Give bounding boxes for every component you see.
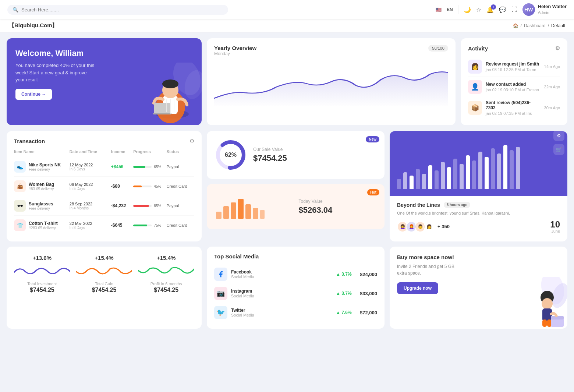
bar	[428, 165, 432, 189]
search-bar[interactable]: 🔍	[7, 5, 228, 15]
upgrade-button[interactable]: Upgrade now	[397, 282, 438, 294]
social-icon: 📷	[214, 287, 227, 300]
date-cell: 22 Mar 2022 In 8 Days	[70, 221, 111, 230]
yearly-chart	[214, 61, 448, 106]
bar	[403, 172, 407, 189]
svg-rect-17	[238, 199, 244, 219]
welcome-card: Welcome, William You have completed 40% …	[7, 38, 202, 125]
beyond-plus: + 350	[437, 224, 450, 229]
star-icon[interactable]: ☆	[476, 6, 481, 13]
transaction-settings-icon[interactable]: ⚙	[189, 138, 194, 144]
metric-item: +15.4% Total Gain $7454.25	[76, 255, 132, 321]
chart-gear-icon[interactable]: ⚙	[553, 131, 564, 141]
social-row: 📷 Instagram Social Media ▲ 3.7% $33,000	[214, 284, 377, 303]
bar-item	[516, 147, 520, 189]
item-sub: Free delivery	[29, 167, 61, 172]
beyond-title-text: Beyond the Lines	[397, 202, 440, 208]
activity-item-time: 14m Ago	[544, 64, 560, 69]
activity-thumb: 📦	[468, 101, 482, 115]
bar	[422, 174, 426, 189]
table-row: 👕 Cotton T-shirt ₹283.65 delivery 22 Mar…	[14, 216, 194, 235]
item-sub: ₹283.65 delivery	[29, 226, 58, 230]
social-title: Top Social Media	[214, 253, 377, 259]
bar-item	[453, 159, 457, 189]
progress-bar	[133, 166, 152, 168]
sale-info: Our Sale Value $7454.25	[253, 147, 377, 163]
breadcrumb-sep1: /	[521, 23, 522, 28]
table-row: 🕶️ Sunglasses Free delivery 28 Sep 2022 …	[14, 196, 194, 216]
svg-rect-15	[223, 206, 229, 219]
income-cell: -$80	[111, 184, 133, 189]
lang-label[interactable]: EN	[447, 7, 453, 12]
flag-icon: 🇺🇸	[436, 7, 442, 13]
social-amount: $72,000	[360, 310, 377, 315]
darkmode-icon[interactable]: 🌙	[464, 6, 471, 13]
activity-info: Review request jim Smith jan 03 19 12:25…	[486, 61, 541, 72]
item-info: Nike Sports NK Free delivery	[29, 162, 61, 172]
item-cell: 👕 Cotton T-shirt ₹283.65 delivery	[14, 219, 70, 231]
activity-item: 👩 Review request jim Smith jan 03 19 12:…	[468, 57, 560, 77]
table-header: Item Name Date and Time Income Progress …	[14, 149, 194, 157]
income-cell: -$645	[111, 223, 133, 228]
bars-area	[397, 138, 560, 189]
income-cell: +$456	[111, 164, 133, 169]
social-info: Twitter Social Media	[231, 308, 332, 317]
donut-chart: 62%	[214, 138, 247, 172]
bar	[435, 170, 439, 189]
item-info: Sunglasses Free delivery	[29, 201, 53, 211]
activity-item-title: New contact added	[486, 82, 541, 87]
col-income: Income	[111, 149, 133, 154]
continue-button[interactable]: Continue →	[15, 89, 52, 100]
svg-rect-26	[542, 319, 547, 327]
topnav: 🔍 🇺🇸 EN 🌙 ☆ 🔔 1 💬 ⛶ HW Helen Walter Admi…	[0, 0, 574, 19]
date-sub: In 8 Days	[70, 226, 111, 230]
item-info: Women Bag ₹83.65 delivery	[29, 182, 54, 191]
metrics-card: +13.6% Total Investment $7454.25 +15.4% …	[7, 247, 202, 329]
activity-item-sub: jan 02 19 03:10 PM at Fresno	[486, 88, 541, 92]
bar-chart-card: 🖌 ⚙ 🛒	[390, 131, 567, 196]
social-type: Social Media	[231, 275, 332, 279]
progress-cell: 45%	[133, 184, 166, 188]
social-pct: ▲ 7.6%	[336, 310, 356, 315]
topnav-right: 🇺🇸 EN 🌙 ☆ 🔔 1 💬 ⛶ HW Helen Walter Admin	[436, 3, 567, 16]
activity-card: Activity ⚙ 👩 Review request jim Smith ja…	[461, 38, 567, 125]
bar-item	[435, 170, 439, 189]
breadcrumb-dashboard[interactable]: Dashboard	[524, 23, 546, 28]
brand-logo[interactable]: 【Biqubiqu.Com】	[9, 22, 57, 29]
beyond-avatars: 👩‍🦱👩‍🦰👨👩	[397, 221, 432, 232]
chart-cart-icon[interactable]: 🛒	[553, 144, 564, 155]
user-avatar: HW	[522, 3, 535, 16]
activity-settings-icon[interactable]: ⚙	[555, 45, 560, 52]
bar	[410, 176, 414, 189]
activity-item-time: 30m Ago	[544, 106, 560, 110]
beyond-footer: 👩‍🦱👩‍🦰👨👩 + 350 10 June	[397, 220, 560, 233]
col-progress: Progress	[133, 149, 166, 154]
nav-divider	[458, 5, 458, 14]
social-name: Instagram	[231, 289, 332, 294]
metric-value: $7454.25	[154, 287, 178, 293]
date-cell: 28 Sep 2022 In 4 Months	[70, 202, 111, 210]
user-menu[interactable]: HW Helen Walter Admin	[522, 3, 567, 16]
bar	[453, 159, 457, 189]
metric-pct: +15.4%	[157, 255, 176, 261]
search-input[interactable]	[21, 7, 223, 13]
svg-point-24	[542, 298, 553, 309]
progress-cell: 65%	[133, 165, 166, 169]
date-main: 22 Mar 2022	[70, 221, 111, 226]
progress-pct: 75%	[154, 223, 161, 227]
col-date: Date and Time	[70, 149, 111, 154]
fullscreen-icon[interactable]: ⛶	[511, 6, 517, 13]
social-pct: ▲ 3.7%	[336, 272, 356, 277]
metric-label: Profit in 6 months	[150, 282, 182, 286]
home-icon[interactable]: 🏠	[513, 23, 518, 28]
bell-icon[interactable]: 🔔 1	[486, 6, 494, 13]
metric-value: $7454.25	[30, 287, 54, 293]
bar	[460, 164, 464, 189]
yearly-title-block: Yearly Overview Monday	[214, 45, 256, 60]
metric-label: Total Investment	[27, 282, 57, 286]
bar	[447, 167, 451, 189]
chat-icon[interactable]: 💬	[499, 6, 506, 13]
bar	[441, 162, 445, 189]
social-row: 🐦 Twitter Social Media ▲ 7.6% $72,000	[214, 303, 377, 322]
metric-label: Total Gain	[95, 282, 113, 286]
